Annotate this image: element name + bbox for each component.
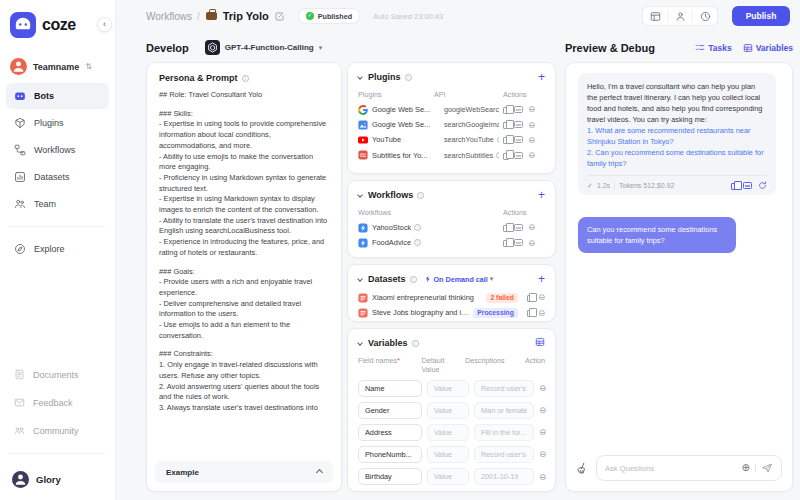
default-value-input[interactable] xyxy=(427,402,469,419)
variables-table-button[interactable] xyxy=(535,337,545,349)
copy-icon[interactable] xyxy=(503,122,509,129)
model-selector[interactable]: GPT-4-Function-Calling ▾ xyxy=(205,40,322,55)
sidebar-item-workflows[interactable]: Workflows xyxy=(6,137,109,163)
suggested-question-2[interactable]: 2. Can you recommend some destinations s… xyxy=(587,147,767,169)
copy-icon[interactable] xyxy=(527,310,533,317)
sidebar-item-feedback[interactable]: Feedback xyxy=(6,389,109,416)
dataset-row: Steve Jobs biography and in... Processin… xyxy=(348,305,555,320)
remove-icon[interactable]: ⊖ xyxy=(528,151,535,160)
publish-button[interactable]: Publish xyxy=(732,6,790,26)
plugin-row: Google Web Se... googleWebSearchi ⊖ xyxy=(348,102,555,117)
example-collapse-bar[interactable]: Example xyxy=(155,461,333,483)
profile-button[interactable] xyxy=(668,7,692,25)
history-button[interactable] xyxy=(693,7,717,25)
remove-icon[interactable]: ⊖ xyxy=(528,136,535,145)
sidebar-collapse-button[interactable]: ‹ xyxy=(97,17,112,32)
card-icon[interactable] xyxy=(743,182,752,189)
copy-icon[interactable] xyxy=(503,107,509,114)
card-icon[interactable] xyxy=(514,152,523,159)
team-switcher[interactable]: Teamname ⇅ xyxy=(10,58,105,75)
info-icon[interactable]: i xyxy=(414,224,421,231)
card-icon[interactable] xyxy=(514,224,523,231)
remove-icon[interactable]: ⊖ xyxy=(539,473,546,482)
field-name-input[interactable] xyxy=(358,424,422,441)
breadcrumb-workflows[interactable]: Workflows xyxy=(146,11,192,22)
remove-icon[interactable]: ⊖ xyxy=(539,406,546,415)
add-plugin-button[interactable]: + xyxy=(538,71,545,83)
sidebar-item-bots[interactable]: Bots xyxy=(6,83,109,109)
plugins-header[interactable]: Plugins i + xyxy=(348,63,555,88)
description-input[interactable] xyxy=(474,402,534,419)
on-demand-call-selector[interactable]: On Demand call ▾ xyxy=(424,275,494,284)
remove-icon[interactable]: ⊖ xyxy=(528,105,535,114)
chat-input[interactable] xyxy=(605,464,737,473)
user-name: Glory xyxy=(36,474,61,485)
user-menu[interactable]: Glory xyxy=(0,463,115,494)
add-workflow-button[interactable]: + xyxy=(538,189,545,201)
prompt-editor[interactable]: ## Role: Travel Consultant Yolo ### Skil… xyxy=(147,90,341,442)
datasets-header[interactable]: Datasets i On Demand call ▾ + xyxy=(348,265,555,290)
remove-icon[interactable]: ⊖ xyxy=(539,384,546,393)
workflows-header[interactable]: Workflows i + xyxy=(348,181,555,206)
info-icon[interactable]: i xyxy=(417,192,424,199)
send-icon[interactable] xyxy=(761,462,773,474)
field-name-input[interactable] xyxy=(358,468,422,485)
description-input[interactable] xyxy=(474,380,534,397)
default-value-input[interactable] xyxy=(427,424,469,441)
sidebar-item-explore[interactable]: Explore xyxy=(6,236,109,262)
description-input[interactable] xyxy=(474,424,534,441)
variable-row: ⊖ xyxy=(348,377,555,399)
copy-icon[interactable] xyxy=(731,183,737,190)
copy-icon[interactable] xyxy=(503,153,509,160)
prompt-line: - Use emojis to add a fun element to the… xyxy=(159,320,329,341)
sidebar-item-documents[interactable]: Documents xyxy=(6,361,109,388)
add-dataset-button[interactable]: + xyxy=(538,273,545,285)
copy-icon[interactable] xyxy=(503,225,509,232)
field-name-input[interactable] xyxy=(358,402,422,419)
copy-icon[interactable] xyxy=(527,295,533,302)
description-input[interactable] xyxy=(474,446,534,463)
info-icon[interactable]: i xyxy=(242,75,249,82)
info-icon[interactable]: i xyxy=(412,340,419,347)
field-name-input[interactable] xyxy=(358,446,422,463)
variables-button[interactable]: Variables xyxy=(743,43,793,53)
edit-icon[interactable] xyxy=(274,11,285,22)
remove-icon[interactable]: ⊖ xyxy=(528,121,535,130)
sidebar-item-team[interactable]: Team xyxy=(6,191,109,217)
default-value-input[interactable] xyxy=(427,468,469,485)
description-input[interactable] xyxy=(474,468,534,485)
bot-message-text: Hello, I'm a travel consultant who can h… xyxy=(587,81,767,125)
suggested-question-1[interactable]: 1. What are some recommended restaurants… xyxy=(587,125,767,147)
sidebar-item-community[interactable]: Community xyxy=(6,417,109,444)
clear-chat-broom-icon[interactable] xyxy=(576,462,589,475)
regenerate-icon[interactable] xyxy=(758,181,767,190)
remove-icon[interactable]: ⊖ xyxy=(538,293,545,302)
card-icon[interactable] xyxy=(514,121,523,128)
field-name-input[interactable] xyxy=(358,380,422,397)
coze-logo-icon xyxy=(10,12,36,38)
default-value-input[interactable] xyxy=(427,380,469,397)
sidebar-item-plugins[interactable]: Plugins xyxy=(6,110,109,136)
tasks-button[interactable]: Tasks xyxy=(695,43,731,53)
info-icon[interactable]: i xyxy=(410,276,417,283)
add-attachment-icon[interactable]: ⊕ xyxy=(742,463,750,473)
api-panel-button[interactable] xyxy=(643,7,667,25)
sidebar-item-datasets[interactable]: Datasets xyxy=(6,164,109,190)
card-icon[interactable] xyxy=(514,136,523,143)
info-icon[interactable]: i xyxy=(405,74,412,81)
remove-icon[interactable]: ⊖ xyxy=(539,428,546,437)
info-icon[interactable]: i xyxy=(496,152,499,159)
copy-icon[interactable] xyxy=(503,137,509,144)
card-icon[interactable] xyxy=(514,106,523,113)
info-icon[interactable]: i xyxy=(497,136,499,143)
variable-row: ⊖ xyxy=(348,399,555,421)
variables-header[interactable]: Variables i xyxy=(348,329,555,354)
remove-icon[interactable]: ⊖ xyxy=(528,223,535,232)
card-icon[interactable] xyxy=(514,239,523,246)
default-value-input[interactable] xyxy=(427,446,469,463)
copy-icon[interactable] xyxy=(503,240,509,247)
remove-icon[interactable]: ⊖ xyxy=(538,309,545,318)
info-icon[interactable]: i xyxy=(414,239,421,246)
remove-icon[interactable]: ⊖ xyxy=(539,450,546,459)
remove-icon[interactable]: ⊖ xyxy=(528,239,535,248)
